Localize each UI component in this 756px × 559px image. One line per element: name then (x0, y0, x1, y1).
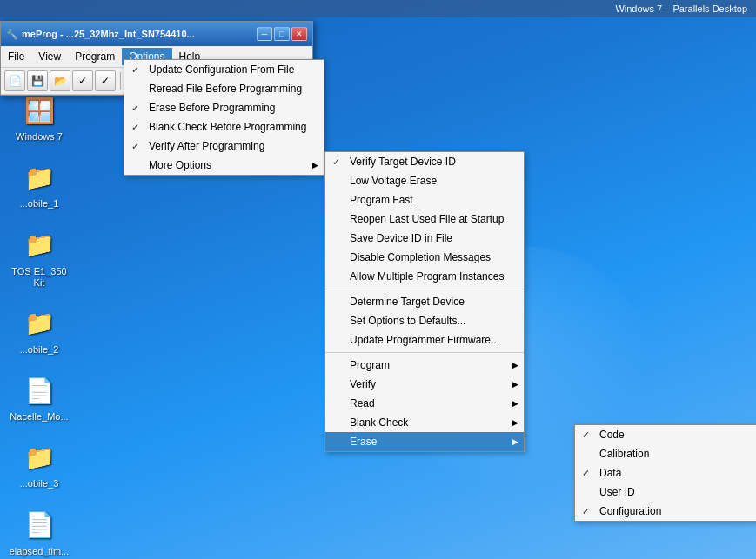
menu-item-low-voltage[interactable]: Low Voltage Erase (325, 171, 524, 190)
menu-item-blank-check[interactable]: Blank Check Before Programming (124, 117, 324, 136)
minimize-button[interactable]: ─ (257, 27, 272, 41)
window-controls: ─ □ ✕ (257, 27, 307, 41)
erase-submenu: Code Calibration Data User ID Configurat… (574, 424, 756, 522)
window-titlebar: 🔧 meProg - ...25_32Mhz_Int_SN754410... ─… (1, 22, 312, 46)
toolbar-check[interactable]: ✓ (95, 70, 116, 91)
desktop-icon-nacelle1[interactable]: 📄 Nacelle_Mo... (9, 373, 70, 423)
icon-img-tos: 📁 (22, 228, 57, 263)
toolbar-new[interactable]: 📄 (4, 70, 25, 91)
maximize-button[interactable]: □ (274, 27, 290, 41)
menu-item-read-sub[interactable]: Read (325, 394, 524, 413)
menu-item-determine-target[interactable]: Determine Target Device (325, 292, 524, 311)
toolbar-verify[interactable]: ✓ (72, 70, 93, 91)
icon-label-mobile1: ...obile_1 (20, 198, 59, 210)
menu-program[interactable]: Program (68, 48, 122, 65)
menu-item-update-firmware[interactable]: Update Programmer Firmware... (325, 330, 524, 349)
desktop-icon-tos[interactable]: 📁 TOS E1_350 Kit (9, 228, 70, 289)
menu-item-erase-code[interactable]: Code (575, 425, 756, 444)
icon-label-windows7: Windows 7 (16, 131, 63, 143)
menu-item-set-defaults[interactable]: Set Options to Defaults... (325, 311, 524, 330)
icon-label-tos: TOS E1_350 Kit (9, 266, 70, 289)
menu-item-reread[interactable]: Reread File Before Programming (124, 79, 324, 98)
icon-img-nacelle1: 📄 (22, 373, 57, 408)
toolbar-open[interactable]: 📂 (50, 70, 70, 91)
app-title-text: meProg - ...25_32Mhz_Int_SN754410... (22, 29, 195, 39)
os-title-text: Windows 7 – Parallels Desktop (615, 3, 747, 14)
menu-item-allow-multiple[interactable]: Allow Multiple Program Instances (325, 267, 524, 286)
desktop-icon-windows7[interactable]: 🪟 Windows 7 (9, 93, 70, 143)
menu-item-erase-data[interactable]: Data (575, 463, 756, 482)
separator-1 (325, 289, 524, 289)
menu-item-save-device-id[interactable]: Save Device ID in File (325, 229, 524, 248)
desktop-icon-mobile2[interactable]: 📁 ...obile_2 (9, 306, 70, 356)
menu-item-erase-before[interactable]: Erase Before Programming (124, 98, 324, 117)
desktop: Windows 7 – Parallels Desktop 📄 ...ion..… (0, 0, 756, 559)
icon-img-mobile2: 📁 (22, 306, 57, 341)
toolbar-save[interactable]: 💾 (27, 70, 48, 91)
icon-img-windows7: 🪟 (22, 93, 57, 128)
menu-file[interactable]: File (1, 48, 31, 65)
desktop-icon-mobile1[interactable]: 📁 ...obile_1 (9, 160, 70, 210)
icon-label-mobile2: ...obile_2 (20, 344, 59, 356)
icon-img-elapsed: 📄 (22, 508, 57, 542)
close-button[interactable]: ✕ (291, 27, 307, 41)
menu-item-update-config[interactable]: Update Configuration From File (124, 60, 324, 79)
desktop-icon-elapsed[interactable]: 📄 elapsed_tim... (9, 508, 70, 557)
icon-label-nacelle1: Nacelle_Mo... (10, 411, 68, 423)
menu-item-more-options[interactable]: More Options (124, 156, 324, 175)
menu-item-erase-calibration[interactable]: Calibration (575, 444, 756, 463)
desktop-icon-mobile3[interactable]: 📁 ...obile_3 (9, 440, 70, 489)
app-icon: 🔧 (6, 29, 18, 40)
menu-item-verify-sub[interactable]: Verify (325, 375, 524, 394)
icon-img-mobile1: 📁 (22, 160, 57, 195)
more-options-submenu: Verify Target Device ID Low Voltage Eras… (324, 151, 525, 452)
separator-2 (325, 352, 524, 353)
menu-item-verify-after[interactable]: Verify After Programming (124, 136, 324, 156)
menu-item-reopen-last[interactable]: Reopen Last Used File at Startup (325, 210, 524, 229)
menu-item-verify-target[interactable]: Verify Target Device ID (325, 152, 524, 171)
menu-item-erase-configuration[interactable]: Configuration (575, 502, 756, 521)
os-titlebar: Windows 7 – Parallels Desktop (0, 0, 756, 17)
window-title: 🔧 meProg - ...25_32Mhz_Int_SN754410... (6, 29, 195, 40)
menu-item-program-fast[interactable]: Program Fast (325, 190, 524, 210)
desktop-icons-container: 📄 ...ion... 🪟 Windows 7 📁 ...obile_1 📁 T… (0, 17, 78, 559)
icon-img-mobile3: 📁 (22, 440, 57, 475)
menu-item-erase-sub[interactable]: Erase (325, 432, 524, 451)
menu-item-program-sub[interactable]: Program (325, 356, 524, 375)
menu-view[interactable]: View (31, 48, 68, 65)
icon-label-elapsed: elapsed_tim... (10, 546, 69, 557)
menu-item-blank-check-sub[interactable]: Blank Check (325, 413, 524, 432)
icon-label-mobile3: ...obile_3 (20, 478, 59, 489)
menu-item-disable-completion[interactable]: Disable Completion Messages (325, 248, 524, 267)
toolbar-separator (120, 72, 121, 90)
options-dropdown: Update Configuration From File Reread Fi… (124, 59, 324, 176)
menu-item-erase-userid[interactable]: User ID (575, 482, 756, 502)
